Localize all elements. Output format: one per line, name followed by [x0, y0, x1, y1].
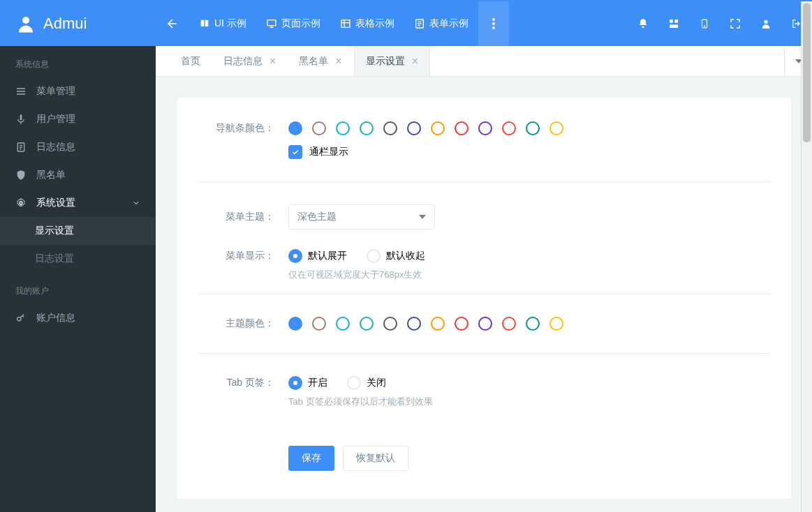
mic-icon — [15, 114, 27, 125]
color-swatch[interactable] — [360, 121, 374, 135]
menudisplay-collapse-radio[interactable] — [367, 249, 381, 263]
save-button[interactable]: 保存 — [288, 446, 334, 471]
navcolor-label: 导航条颜色： — [198, 122, 288, 135]
color-swatch[interactable] — [312, 121, 326, 135]
form-icon — [414, 18, 425, 29]
svg-point-15 — [20, 202, 22, 204]
nav-label: 表格示例 — [355, 17, 394, 30]
color-swatch[interactable] — [383, 121, 397, 135]
sidebar-account-info[interactable]: 账户信息 — [0, 304, 156, 332]
color-swatch[interactable] — [288, 317, 302, 331]
nav-label: UI 示例 — [214, 17, 246, 30]
header-user[interactable] — [751, 1, 781, 46]
header-fullscreen[interactable] — [720, 1, 751, 46]
close-icon[interactable]: × — [412, 55, 418, 68]
key-icon — [15, 313, 27, 324]
svg-point-0 — [22, 17, 29, 24]
tab-blacklist[interactable]: 黑名单× — [288, 46, 353, 76]
fullwidth-checkbox[interactable] — [288, 145, 302, 159]
svg-point-4 — [492, 18, 495, 21]
svg-rect-13 — [20, 114, 22, 120]
svg-point-12 — [764, 20, 767, 24]
color-swatch[interactable] — [502, 317, 516, 331]
scrollbar[interactable] — [801, 1, 812, 512]
sidebar-system-settings[interactable]: 系统设置 — [0, 189, 156, 217]
tab-label: 日志信息 — [223, 55, 263, 68]
color-swatch[interactable] — [383, 317, 397, 331]
sidebar-label: 系统设置 — [36, 197, 75, 209]
sidebar-log-info[interactable]: 日志信息 — [0, 133, 156, 161]
shield-icon — [15, 170, 27, 181]
nav-label: 表单示例 — [429, 17, 468, 30]
svg-point-16 — [17, 317, 21, 321]
tab-log-info[interactable]: 日志信息× — [212, 46, 288, 76]
check-icon — [291, 148, 300, 156]
tab-off-radio[interactable] — [347, 376, 361, 390]
nav-more[interactable] — [478, 1, 509, 46]
header-layout[interactable] — [658, 1, 689, 46]
sidebar-label: 账户信息 — [36, 312, 75, 324]
tab-on-radio[interactable] — [288, 376, 302, 390]
tab-display-settings[interactable]: 显示设置× — [354, 46, 430, 76]
sidebar-label: 菜单管理 — [36, 85, 75, 98]
color-swatch[interactable] — [478, 121, 492, 135]
sidebar: 系统信息 菜单管理 用户管理 日志信息 黑名单 系统设置 显示设置 日志设置 — [0, 46, 156, 512]
navcolor-swatches — [288, 121, 563, 135]
nav-form-examples[interactable]: 表单示例 — [404, 1, 478, 46]
color-swatch[interactable] — [478, 317, 492, 331]
nav-table-examples[interactable]: 表格示例 — [330, 1, 404, 46]
color-swatch[interactable] — [431, 121, 445, 135]
sidebar-sub-log-settings[interactable]: 日志设置 — [0, 245, 156, 273]
reset-button[interactable]: 恢复默认 — [343, 446, 408, 471]
tab-label: 显示设置 — [366, 55, 405, 68]
select-value: 深色主题 — [297, 211, 337, 223]
tab-home[interactable]: 首页 — [170, 46, 212, 76]
header-notifications[interactable] — [628, 1, 658, 46]
monitor-icon — [266, 18, 277, 29]
header: Admui UI 示例 页面示例 表格示例 表单示例 — [0, 1, 812, 46]
color-swatch[interactable] — [407, 317, 421, 331]
sidebar-blacklist[interactable]: 黑名单 — [0, 161, 156, 189]
color-swatch[interactable] — [407, 121, 421, 135]
brand-name: Admui — [43, 15, 87, 33]
color-swatch[interactable] — [336, 317, 350, 331]
expand-icon — [730, 18, 741, 29]
themecolor-label: 主题颜色： — [198, 317, 288, 330]
more-vertical-icon — [492, 18, 495, 29]
close-icon[interactable]: × — [270, 55, 276, 68]
color-swatch[interactable] — [336, 121, 350, 135]
color-swatch[interactable] — [312, 317, 326, 331]
sidebar-sub-display-settings[interactable]: 显示设置 — [0, 217, 156, 245]
close-icon[interactable]: × — [335, 55, 341, 68]
sidebar-user-mgmt[interactable]: 用户管理 — [0, 105, 156, 133]
file-icon — [15, 142, 27, 153]
tab-label: 首页 — [181, 55, 200, 68]
nav-page-examples[interactable]: 页面示例 — [256, 1, 330, 46]
color-swatch[interactable] — [549, 121, 563, 135]
scrollbar-thumb[interactable] — [803, 3, 811, 142]
tabopt-label: Tab 页签： — [198, 377, 288, 389]
phone-icon — [700, 18, 709, 29]
sidebar-menu-mgmt[interactable]: 菜单管理 — [0, 77, 156, 105]
color-swatch[interactable] — [431, 317, 445, 331]
menutheme-select[interactable]: 深色主题 — [288, 204, 435, 229]
brand-logo[interactable]: Admui — [0, 13, 156, 34]
color-swatch[interactable] — [288, 121, 302, 135]
user-icon — [760, 18, 772, 29]
menudisplay-expand-radio[interactable] — [288, 249, 302, 263]
color-swatch[interactable] — [360, 317, 374, 331]
color-swatch[interactable] — [526, 317, 540, 331]
nav-ui-examples[interactable]: UI 示例 — [189, 1, 256, 46]
color-swatch[interactable] — [549, 317, 563, 331]
menudisplay-label: 菜单显示： — [198, 250, 288, 262]
arrow-left-icon — [165, 17, 179, 31]
header-mobile[interactable] — [689, 1, 720, 46]
color-swatch[interactable] — [502, 121, 516, 135]
color-swatch[interactable] — [455, 121, 468, 135]
nav-back[interactable] — [156, 1, 189, 46]
svg-rect-2 — [341, 20, 350, 28]
menudisplay-hint: 仅在可视区域宽度大于768px生效 — [177, 269, 791, 281]
color-swatch[interactable] — [526, 121, 540, 135]
sidebar-label: 用户管理 — [36, 113, 75, 126]
color-swatch[interactable] — [455, 317, 468, 331]
